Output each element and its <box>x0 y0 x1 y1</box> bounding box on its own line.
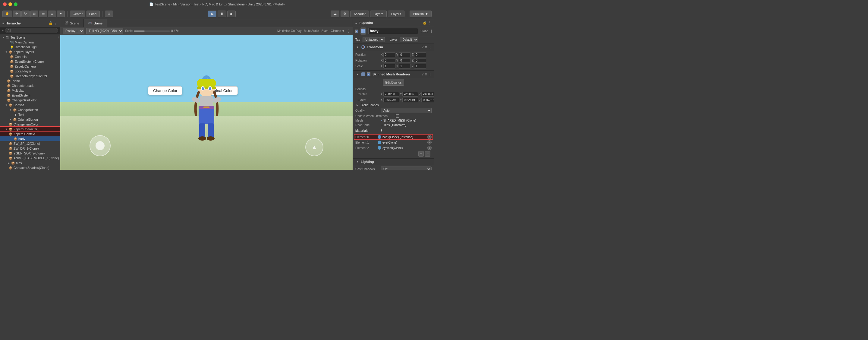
help-icon[interactable]: ? <box>422 46 424 49</box>
extent-x-input[interactable] <box>383 98 399 102</box>
tree-item-anime[interactable]: 📦 ANIME_BASEMODEL_1(Clone) <box>0 156 60 161</box>
tree-item-zwdr[interactable]: 📦 ZW_DR_2(Clone) <box>0 146 60 151</box>
scale-x-input[interactable] <box>383 64 396 68</box>
testscene-menu[interactable]: ⋮ <box>56 35 60 39</box>
pos-x-input[interactable] <box>383 53 396 57</box>
custom-tool[interactable]: ✦ <box>57 10 65 17</box>
viewport-canvas[interactable]: Change Color Original Color ✓ <box>60 35 352 170</box>
layers-button[interactable]: Layers <box>370 10 387 17</box>
step-button[interactable]: ⏭ <box>227 10 236 17</box>
add-hierarchy-btn[interactable]: + <box>2 29 4 32</box>
tree-item-eventsystem[interactable]: 📦 EventSystem <box>0 93 60 98</box>
tree-item-changeskin[interactable]: 📦 ChangeSkinColor <box>0 98 60 103</box>
tree-item-text[interactable]: T Text <box>0 112 60 117</box>
settings-button[interactable]: ⚙ <box>341 10 349 17</box>
material-element0[interactable]: Element 0 body(Clone) (Instance) ⊙ <box>354 134 433 140</box>
pause-button[interactable]: ⏸ <box>218 10 226 17</box>
inspector-menu[interactable]: ⋮ <box>428 21 432 25</box>
element1-target[interactable]: ⊙ <box>427 140 432 144</box>
tab-game[interactable]: 🎮 Game <box>84 19 107 27</box>
tree-item-zepetoplayers[interactable]: ▼ 📦 ZepetoPlayers <box>0 50 60 54</box>
tree-item-changebtn[interactable]: ▼ 📦 ChangeButton <box>0 107 60 112</box>
search-input[interactable] <box>5 28 58 33</box>
local-button[interactable]: Local <box>87 10 100 17</box>
skinned-mesh-header[interactable]: ▼ ✓ Skinned Mesh Renderer ? ⚙ ⋮ <box>353 70 434 78</box>
tree-item-maincamera[interactable]: 📷 Main Camera <box>0 40 60 45</box>
scale-bar[interactable] <box>134 30 170 32</box>
play-button[interactable]: ▶ <box>208 10 216 17</box>
tree-item-charloader[interactable]: 📦 CharacterLoader <box>0 83 60 88</box>
skinned-mesh-checkbox[interactable]: ✓ <box>367 73 370 76</box>
tab-scene[interactable]: 🎬 Scene <box>60 19 84 27</box>
layer-dropdown[interactable]: Default <box>400 37 418 42</box>
tree-item-ygbp[interactable]: 📦 YGBP_SOX_9(Clone) <box>0 151 60 156</box>
rect-tool[interactable]: ▭ <box>39 10 47 17</box>
stats-btn[interactable]: Stats <box>321 29 329 33</box>
update-offscreen-checkbox[interactable] <box>396 114 399 118</box>
left-joystick[interactable] <box>90 135 111 156</box>
edit-bounds-button[interactable]: Edit Bounds <box>383 79 404 86</box>
tree-item-body[interactable]: 📦 body <box>0 136 60 141</box>
material-element1[interactable]: Element 1 eye(Clone) ⊙ <box>354 140 433 145</box>
grid-button[interactable]: ⊞ <box>105 10 113 17</box>
tree-item-hips[interactable]: ▶ 📦 hips <box>0 161 60 165</box>
add-material-btn[interactable]: + <box>418 151 424 157</box>
overflow-icon-transform[interactable]: ⋮ <box>429 46 432 49</box>
material-element2[interactable]: Element 2 eyelash(Clone) ⊙ <box>354 145 433 150</box>
transform-header[interactable]: ▼ Transform ? ⚙ ⋮ <box>353 44 434 51</box>
blendshapes-arrow[interactable]: ▶ <box>355 104 360 107</box>
window-controls[interactable] <box>3 2 18 6</box>
gizmos-btn[interactable]: Gizmos ▼ <box>331 29 345 33</box>
tree-item-plane[interactable]: 📦 Plane <box>0 79 60 83</box>
settings-icon-transform[interactable]: ⚙ <box>425 46 427 49</box>
rot-x-input[interactable] <box>383 58 396 63</box>
minimize-button[interactable] <box>8 2 12 6</box>
static-checkbox[interactable] <box>431 30 432 33</box>
mute-btn[interactable]: Mute Audio <box>304 29 319 33</box>
center-x-input[interactable] <box>383 92 399 96</box>
center-y-input[interactable] <box>402 92 418 96</box>
quality-dropdown[interactable]: Auto <box>381 108 432 113</box>
pos-y-input[interactable] <box>399 53 411 57</box>
rotate-tool[interactable]: ↻ <box>22 10 30 17</box>
tree-item-zepetocamera[interactable]: 📦 ZepetoCamera <box>0 64 60 69</box>
maximize-button[interactable] <box>14 2 18 6</box>
cloud-button[interactable]: ☁ <box>331 10 339 17</box>
tree-item-changeitem[interactable]: 📦 ChangeItemColor <box>0 122 60 127</box>
scale-y-input[interactable] <box>399 64 411 68</box>
scale-z-input[interactable] <box>414 64 426 68</box>
account-button[interactable]: Account <box>350 10 369 17</box>
change-color-button[interactable]: Change Color <box>148 86 182 95</box>
element0-target[interactable]: ⊙ <box>427 135 432 139</box>
object-name-input[interactable] <box>368 28 418 34</box>
tree-item-originalbtn[interactable]: ▼ 📦 OriginalButton <box>0 117 60 122</box>
tree-item-dirlight[interactable]: 💡 Directional Light <box>0 45 60 50</box>
tree-item-canvas[interactable]: ▼ 📦 Canvas <box>0 103 60 107</box>
tree-item-zepetochar[interactable]: ▼ 📦 ZepetoCharacter_... <box>0 127 60 132</box>
tree-item-zwsp[interactable]: 📦 ZW_SP_12(Clone) <box>0 141 60 146</box>
remove-material-btn[interactable]: − <box>425 151 430 157</box>
publish-button[interactable]: Publish ▼ <box>410 10 432 17</box>
extent-y-input[interactable] <box>402 98 418 102</box>
close-button[interactable] <box>3 2 7 6</box>
hand-tool[interactable]: ✋ <box>2 10 12 17</box>
maximize-btn[interactable]: Maximize On Play <box>277 29 302 33</box>
settings-icon-sm[interactable]: ⚙ <box>425 73 427 76</box>
cast-shadows-dropdown[interactable]: Off <box>381 167 432 170</box>
tree-item-controls[interactable]: 📦 Controls <box>0 54 60 59</box>
tree-item-localplayer[interactable]: 📦 LocalPlayer <box>0 69 60 74</box>
tree-item-charshadow[interactable]: 📦 CharacterShadow(Clone) <box>0 165 60 170</box>
hierarchy-menu[interactable]: ⋮ <box>54 21 58 25</box>
rot-y-input[interactable] <box>399 58 411 63</box>
tree-item-uizepeto[interactable]: 📦 UIZepetoPlayerControl <box>0 74 60 79</box>
transform-tool[interactable]: ⊕ <box>48 10 56 17</box>
resolution-dropdown[interactable]: Full HD (1920x1080) <box>86 28 123 34</box>
lighting-header[interactable]: ▼ Lighting <box>353 159 434 165</box>
overflow-icon-sm[interactable]: ⋮ <box>429 73 432 76</box>
tree-item-zepetocontext[interactable]: 📦 Zepeto Context <box>0 132 60 136</box>
active-checkbox[interactable]: ✓ <box>355 30 358 33</box>
viewport-menu[interactable]: ⋮ <box>347 29 350 33</box>
help-icon-sm[interactable]: ? <box>422 73 424 76</box>
scale-tool[interactable]: ⊞ <box>30 10 38 17</box>
rot-z-input[interactable] <box>414 58 426 63</box>
